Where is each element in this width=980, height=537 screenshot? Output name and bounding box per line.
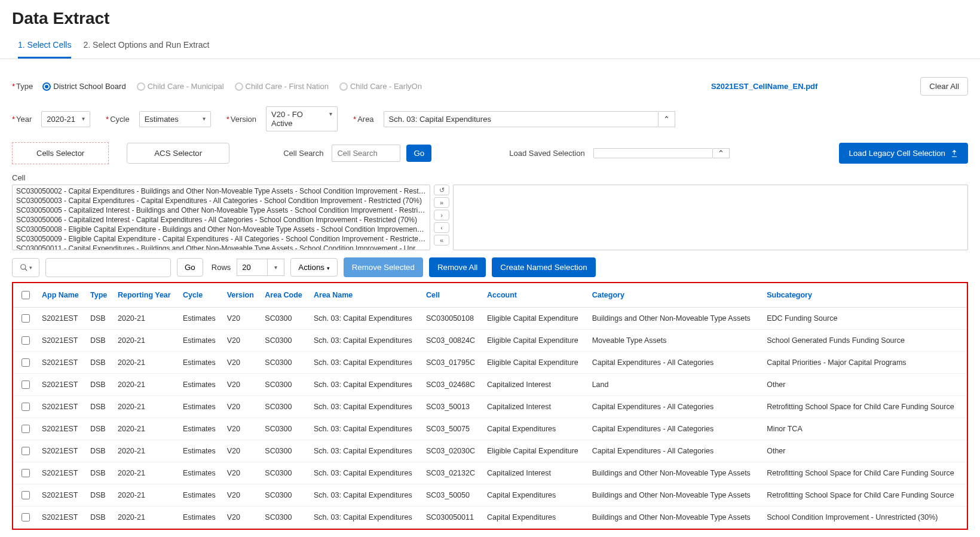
rows-input[interactable] xyxy=(237,259,268,276)
cell-listbox-left[interactable]: SC030050002 - Capital Expenditures - Bui… xyxy=(12,185,430,250)
actions-button[interactable]: Actions ▾ xyxy=(290,258,337,277)
pdf-link[interactable]: S2021EST_CellName_EN.pdf xyxy=(711,82,817,91)
radio-cc-earlyon[interactable]: Child Care - EarlyOn xyxy=(339,82,422,91)
remove-all-button[interactable]: Remove All xyxy=(429,257,486,277)
row-checkbox[interactable] xyxy=(22,447,30,455)
table-cell: Sch. 03: Capital Expenditures xyxy=(309,352,421,374)
chevron-up-icon: ⌃ xyxy=(718,149,724,158)
radio-dsb[interactable]: District School Board xyxy=(42,82,125,91)
list-item[interactable]: SC030050003 - Capital Expenditures - Cap… xyxy=(13,196,430,205)
load-legacy-button[interactable]: Load Legacy Cell Selection xyxy=(839,143,968,164)
table-cell: V20 xyxy=(222,330,261,352)
shuttle-reset-button[interactable]: ↺ xyxy=(434,185,449,195)
table-cell: Capitalized Interest xyxy=(482,462,587,484)
search-dropdown[interactable]: ▾ xyxy=(12,258,39,277)
column-header[interactable]: Version xyxy=(222,283,261,308)
table-row: S2021ESTDSB2020-21EstimatesV20SC0300Sch.… xyxy=(13,440,967,462)
list-item[interactable]: SC030050005 - Capitalized Interest - Bui… xyxy=(13,205,430,215)
select-all-checkbox[interactable] xyxy=(22,291,30,299)
area-select[interactable]: Sch. 03: Capital Expenditures xyxy=(384,111,659,127)
table-cell: SC0300 xyxy=(260,374,309,396)
row-checkbox-cell xyxy=(13,330,37,352)
table-cell: Eligible Capital Expenditure xyxy=(482,308,587,330)
table-cell: DSB xyxy=(85,308,113,330)
table-go-button[interactable]: Go xyxy=(177,258,203,277)
tab-select-options[interactable]: 2. Select Options and Run Extract xyxy=(83,34,209,59)
shuttle-move-all-left-button[interactable]: « xyxy=(434,235,449,246)
radio-cc-municipal[interactable]: Child Care - Municipal xyxy=(137,82,224,91)
table-cell: SC0300 xyxy=(260,308,309,330)
load-saved-select[interactable] xyxy=(593,148,713,158)
column-header[interactable]: Cycle xyxy=(178,283,222,308)
column-header[interactable]: Category xyxy=(587,283,762,308)
column-header[interactable]: Cell xyxy=(421,283,482,308)
table-cell: DSB xyxy=(85,374,113,396)
row-checkbox[interactable] xyxy=(22,469,30,477)
table-cell: V20 xyxy=(222,462,261,484)
year-select[interactable]: 2020-21 xyxy=(41,111,90,127)
shuttle-move-left-button[interactable]: ‹ xyxy=(434,222,449,233)
load-saved-chevron[interactable]: ⌃ xyxy=(713,148,730,158)
row-checkbox[interactable] xyxy=(22,513,30,521)
clear-all-button[interactable]: Clear All xyxy=(920,77,968,96)
tab-select-cells[interactable]: 1. Select Cells xyxy=(18,34,71,59)
column-header[interactable]: Area Name xyxy=(309,283,421,308)
cell-search-go-button[interactable]: Go xyxy=(406,145,431,162)
list-item[interactable]: SC030050009 - Eligible Capital Expenditu… xyxy=(13,234,430,244)
row-checkbox[interactable] xyxy=(22,314,30,323)
cycle-select[interactable]: Estimates xyxy=(139,111,211,127)
column-header[interactable]: App Name xyxy=(37,283,85,308)
table-cell: SC0300 xyxy=(260,418,309,440)
select-all-header[interactable] xyxy=(13,283,37,308)
remove-selected-button[interactable]: Remove Selected xyxy=(344,257,423,277)
table-cell: DSB xyxy=(85,462,113,484)
table-cell: 2020-21 xyxy=(113,462,178,484)
table-cell: S2021EST xyxy=(37,396,85,418)
row-checkbox-cell xyxy=(13,484,37,507)
area-chevron[interactable]: ⌃ xyxy=(659,111,675,127)
list-item[interactable]: SC030050011 - Capital Expenditures - Bui… xyxy=(13,244,430,250)
table-cell: 2020-21 xyxy=(113,507,178,529)
table-cell: 2020-21 xyxy=(113,484,178,507)
row-checkbox[interactable] xyxy=(22,336,30,345)
list-item[interactable]: SC030050006 - Capitalized Interest - Cap… xyxy=(13,215,430,225)
table-cell: DSB xyxy=(85,396,113,418)
radio-cc-first-nation[interactable]: Child Care - First Nation xyxy=(235,82,329,91)
column-header[interactable]: Reporting Year xyxy=(113,283,178,308)
column-header[interactable]: Area Code xyxy=(260,283,309,308)
acs-selector-button[interactable]: ACS Selector xyxy=(127,143,229,164)
table-cell: Capital Expenditures - All Categories xyxy=(587,352,762,374)
rows-chevron[interactable]: ▾ xyxy=(268,259,284,276)
cell-search-input[interactable] xyxy=(332,145,400,162)
shuttle-move-all-right-button[interactable]: » xyxy=(434,197,449,208)
row-checkbox[interactable] xyxy=(22,358,30,367)
cell-search-label: Cell Search xyxy=(283,149,323,158)
row-checkbox[interactable] xyxy=(22,380,30,389)
table-cell: Estimates xyxy=(178,374,222,396)
version-select[interactable]: V20 - FO Active xyxy=(266,106,338,131)
table-cell: Capital Expenditures xyxy=(482,507,587,529)
column-header[interactable]: Type xyxy=(85,283,113,308)
list-item[interactable]: SC030050008 - Eligible Capital Expenditu… xyxy=(13,225,430,234)
table-cell: 2020-21 xyxy=(113,374,178,396)
create-named-selection-button[interactable]: Create Named Selection xyxy=(492,257,595,277)
column-header[interactable]: Subcategory xyxy=(762,283,967,308)
load-saved-label: Load Saved Selection xyxy=(509,149,584,158)
row-checkbox[interactable] xyxy=(22,491,30,499)
table-row: S2021ESTDSB2020-21EstimatesV20SC0300Sch.… xyxy=(13,308,967,330)
row-checkbox[interactable] xyxy=(22,425,30,433)
chevron-down-icon: ▾ xyxy=(327,265,330,271)
table-cell: DSB xyxy=(85,418,113,440)
column-header[interactable]: Account xyxy=(482,283,587,308)
cells-selector-button[interactable]: Cells Selector xyxy=(12,142,109,164)
shuttle-move-right-button[interactable]: › xyxy=(434,210,449,220)
row-checkbox[interactable] xyxy=(22,403,30,411)
table-cell: Minor TCA xyxy=(762,418,967,440)
table-cell: SC03_00824C xyxy=(421,330,482,352)
table-search-input[interactable] xyxy=(45,258,171,277)
cell-listbox-right[interactable] xyxy=(453,185,968,250)
table-cell: Buildings and Other Non-Moveable Type As… xyxy=(587,484,762,507)
table-cell: Capitalized Interest xyxy=(482,374,587,396)
table-cell: Sch. 03: Capital Expenditures xyxy=(309,418,421,440)
list-item[interactable]: SC030050002 - Capital Expenditures - Bui… xyxy=(13,186,430,196)
